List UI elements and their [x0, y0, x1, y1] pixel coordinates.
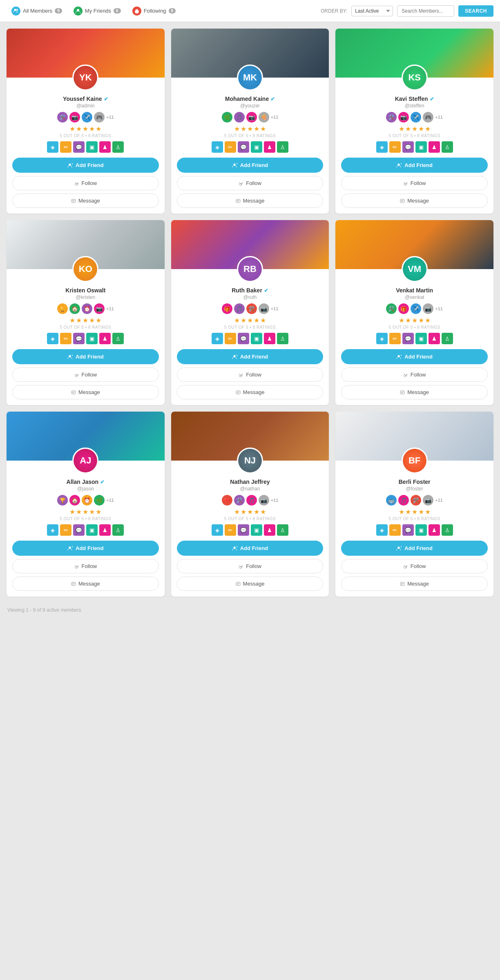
action-icon-edit[interactable]: ✏ [225, 141, 236, 153]
action-icon-grid[interactable]: ▣ [415, 141, 427, 153]
action-icon-edit[interactable]: ✏ [389, 333, 401, 344]
add-friend-button[interactable]: Add Friend [12, 158, 159, 173]
add-friend-button[interactable]: Add Friend [12, 541, 159, 556]
follow-button[interactable]: Follow [177, 368, 324, 382]
member-badge-1: 🎵 [234, 303, 245, 314]
action-icon-grid[interactable]: ▣ [86, 333, 98, 344]
action-icon-gift[interactable]: ♟ [429, 141, 440, 153]
action-icon-user[interactable]: ♙ [277, 141, 288, 153]
action-icon-rss[interactable]: ◈ [212, 141, 223, 153]
message-button[interactable]: Message [341, 385, 488, 399]
action-icon-grid[interactable]: ▣ [251, 141, 262, 153]
member-badge-2: 📷 [246, 112, 257, 122]
verified-icon: ✔ [270, 96, 275, 102]
action-icon-rss[interactable]: ◈ [47, 141, 58, 153]
action-icon-grid[interactable]: ▣ [415, 333, 427, 344]
tab-all-members[interactable]: All Members 9 [7, 4, 67, 18]
action-icon-rss[interactable]: ◈ [212, 333, 223, 344]
action-icon-gift[interactable]: ♟ [99, 141, 111, 153]
action-icon-chat[interactable]: 💬 [402, 524, 414, 536]
action-icon-user[interactable]: ♙ [112, 333, 124, 344]
action-icon-user[interactable]: ♙ [112, 524, 124, 536]
add-friend-button[interactable]: Add Friend [12, 349, 159, 364]
action-icon-edit[interactable]: ✏ [60, 141, 71, 153]
avatar-wrap: AJ [7, 448, 165, 474]
add-friend-button[interactable]: Add Friend [341, 158, 488, 173]
action-icon-grid[interactable]: ▣ [86, 524, 98, 536]
action-icon-edit[interactable]: ✏ [225, 333, 236, 344]
message-button[interactable]: Message [12, 385, 159, 399]
tab-following[interactable]: Following 8 [127, 4, 181, 18]
follow-button[interactable]: Follow [341, 176, 488, 190]
message-button[interactable]: Message [177, 385, 324, 399]
action-icon-edit[interactable]: ✏ [389, 141, 401, 153]
action-icon-edit[interactable]: ✏ [60, 524, 71, 536]
add-friend-button[interactable]: Add Friend [177, 349, 324, 364]
action-icon-gift[interactable]: ♟ [264, 141, 275, 153]
action-icon-gift[interactable]: ♟ [264, 333, 275, 344]
add-friend-button[interactable]: Add Friend [341, 349, 488, 364]
action-icon-user[interactable]: ♙ [442, 524, 453, 536]
order-select[interactable]: Last Active Newest Alphabetical Most Fri… [351, 6, 393, 16]
follow-button[interactable]: Follow [341, 559, 488, 573]
action-icon-gift[interactable]: ♟ [99, 333, 111, 344]
action-icon-rss[interactable]: ◈ [376, 333, 388, 344]
action-icon-gift[interactable]: ♟ [429, 524, 440, 536]
message-button[interactable]: Message [12, 577, 159, 591]
message-button[interactable]: Message [177, 194, 324, 208]
action-icon-gift[interactable]: ♟ [264, 524, 275, 536]
action-icon-gift[interactable]: ♟ [429, 333, 440, 344]
action-icon-gift[interactable]: ♟ [99, 524, 111, 536]
action-icon-chat[interactable]: 💬 [73, 524, 85, 536]
action-icon-chat[interactable]: 💬 [73, 141, 85, 153]
action-icon-edit[interactable]: ✏ [60, 333, 71, 344]
action-icon-chat[interactable]: 💬 [402, 141, 414, 153]
action-icon-edit[interactable]: ✏ [225, 524, 236, 536]
search-button[interactable]: SEARCH [458, 5, 493, 17]
badge-more: +11 [271, 498, 279, 503]
add-friend-button[interactable]: Add Friend [341, 541, 488, 556]
add-friend-button[interactable]: Add Friend [177, 158, 324, 173]
follow-button[interactable]: Follow [12, 176, 159, 190]
action-icon-grid[interactable]: ▣ [251, 524, 262, 536]
follow-button[interactable]: Follow [177, 176, 324, 190]
action-icon-grid[interactable]: ▣ [251, 333, 262, 344]
follow-button[interactable]: Follow [177, 559, 324, 573]
action-icon-grid[interactable]: ▣ [86, 141, 98, 153]
action-icon-user[interactable]: ♙ [442, 333, 453, 344]
action-icon-user[interactable]: ♙ [277, 333, 288, 344]
action-icon-chat[interactable]: 💬 [238, 141, 249, 153]
follow-button[interactable]: Follow [341, 368, 488, 382]
message-button[interactable]: Message [177, 577, 324, 591]
action-icon-chat[interactable]: 💬 [402, 333, 414, 344]
action-icon-rss[interactable]: ◈ [212, 524, 223, 536]
tab-my-friends[interactable]: My Friends 6 [69, 4, 126, 18]
top-nav: All Members 9 My Friends 6 Following 8 O… [0, 0, 500, 22]
action-icon-chat[interactable]: 💬 [73, 333, 85, 344]
action-icons-row: ◈ ✏ 💬 ▣ ♟ ♙ [341, 141, 488, 153]
action-icon-user[interactable]: ♙ [442, 141, 453, 153]
action-icon-user[interactable]: ♙ [277, 524, 288, 536]
add-friend-button[interactable]: Add Friend [177, 541, 324, 556]
action-icon-grid[interactable]: ▣ [415, 524, 427, 536]
action-icon-rss[interactable]: ◈ [376, 524, 388, 536]
follow-button[interactable]: Follow [12, 559, 159, 573]
member-badge-0: 🛠️ [57, 112, 68, 122]
search-input[interactable] [397, 5, 454, 17]
action-icon-rss[interactable]: ◈ [376, 141, 388, 153]
message-button[interactable]: Message [341, 577, 488, 591]
action-icon-chat[interactable]: 💬 [238, 524, 249, 536]
member-badge-3: 🎮 [94, 112, 105, 122]
badge-more: +11 [271, 306, 279, 311]
message-button[interactable]: Message [12, 194, 159, 208]
message-button[interactable]: Message [341, 194, 488, 208]
action-icon-edit[interactable]: ✏ [389, 524, 401, 536]
action-icon-chat[interactable]: 💬 [238, 333, 249, 344]
action-icon-user[interactable]: ♙ [112, 141, 124, 153]
member-badge-0: 🚌 [386, 495, 397, 506]
svg-rect-18 [71, 391, 76, 394]
action-icon-rss[interactable]: ◈ [47, 524, 58, 536]
action-icon-rss[interactable]: ◈ [47, 333, 58, 344]
follow-button[interactable]: Follow [12, 368, 159, 382]
member-badge-0: 🏆 [57, 495, 68, 506]
